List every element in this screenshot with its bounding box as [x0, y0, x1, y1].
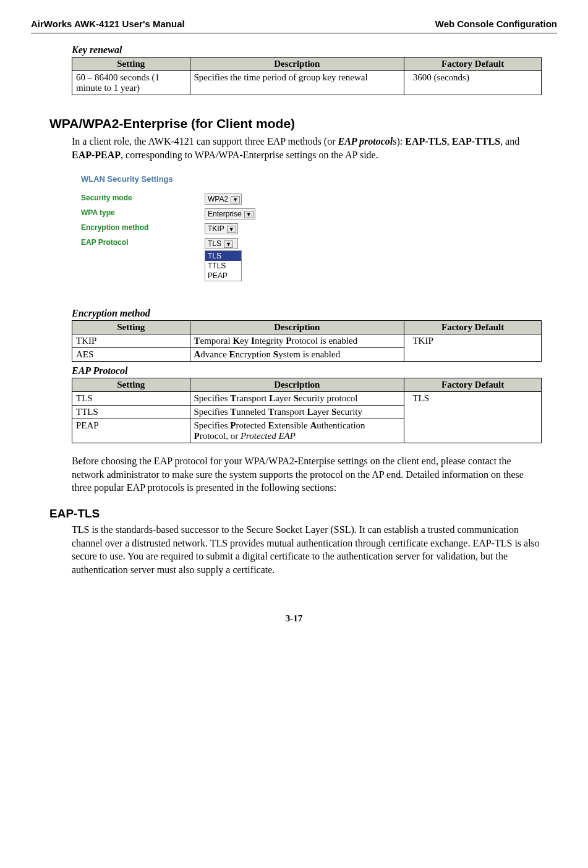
cell-setting: TKIP	[72, 334, 190, 348]
col-setting: Setting	[72, 57, 190, 71]
option-ttls[interactable]: TTLS	[205, 261, 241, 271]
header-divider	[31, 33, 557, 33]
eap-protocol-listbox[interactable]: TLS TTLS PEAP	[205, 250, 242, 281]
eap-protocol-value: TLS	[208, 239, 221, 248]
eap-protocol-title: EAP Protocol	[49, 365, 545, 377]
header-right: Web Console Configuration	[435, 19, 557, 29]
wpa-type-select[interactable]: Enterprise▼	[205, 208, 255, 219]
cell-setting: TLS	[72, 392, 190, 406]
cell-setting: TTLS	[72, 406, 190, 419]
col-factory-default: Factory Default	[404, 321, 542, 334]
col-setting: Setting	[72, 321, 190, 334]
col-description: Description	[190, 57, 404, 71]
eap-protocol-select[interactable]: TLS▼	[205, 238, 238, 249]
cell-desc: Advance Encryption System is enabled	[190, 348, 404, 362]
wpa-type-value: Enterprise	[208, 210, 242, 218]
encryption-method-value: TKIP	[208, 224, 224, 233]
encryption-method-select[interactable]: TKIP▼	[205, 223, 238, 234]
cell-default: TLS	[404, 392, 542, 443]
key-renewal-title: Key renewal	[49, 45, 545, 56]
col-description: Description	[190, 378, 404, 392]
cell-setting: AES	[72, 348, 190, 362]
col-factory-default: Factory Default	[404, 378, 542, 392]
chevron-down-icon: ▼	[224, 240, 233, 248]
page-number: 3-17	[31, 613, 557, 624]
security-mode-select[interactable]: WPA2▼	[205, 194, 242, 205]
cell-default: TKIP	[404, 334, 542, 362]
cell-default: 3600 (seconds)	[404, 71, 542, 95]
panel-title: WLAN Security Settings	[81, 174, 328, 184]
cell-desc: Specifies Tunneled Transport Layer Secur…	[190, 406, 404, 419]
cell-setting: PEAP	[72, 419, 190, 443]
col-setting: Setting	[72, 378, 190, 392]
option-peap[interactable]: PEAP	[205, 271, 241, 281]
cell-desc: Specifies the time period of group key r…	[190, 71, 404, 95]
chevron-down-icon: ▼	[227, 226, 236, 233]
wlan-security-settings-panel: WLAN Security Settings Security mode WPA…	[72, 168, 338, 293]
key-renewal-table: Setting Description Factory Default 60 –…	[72, 57, 542, 95]
label-wpa-type: WPA type	[81, 208, 205, 217]
eap-protocol-table: Setting Description Factory Default TLS …	[72, 378, 542, 443]
option-tls[interactable]: TLS	[205, 251, 241, 261]
middle-paragraph: Before choosing the EAP protocol for you…	[49, 454, 545, 495]
encryption-method-table: Setting Description Factory Default TKIP…	[72, 320, 542, 362]
cell-desc: Specifies Protected Extensible Authentic…	[190, 419, 404, 443]
col-factory-default: Factory Default	[404, 57, 542, 71]
cell-desc: Specifies Transport Layer Security proto…	[190, 392, 404, 406]
table-row: TLS Specifies Transport Layer Security p…	[72, 392, 542, 406]
cell-desc: Temporal Key Integrity Protocol is enabl…	[190, 334, 404, 348]
label-encryption-method: Encryption method	[81, 223, 205, 232]
encryption-method-title: Encryption method	[49, 308, 545, 319]
table-row: TKIP Temporal Key Integrity Protocol is …	[72, 334, 542, 348]
label-eap-protocol: EAP Protocol	[81, 238, 205, 247]
eap-tls-heading: EAP-TLS	[49, 507, 545, 521]
table-row: 60 – 86400 seconds (1 minute to 1 year) …	[72, 71, 542, 95]
cell-setting: 60 – 86400 seconds (1 minute to 1 year)	[72, 71, 190, 95]
eap-tls-paragraph: TLS is the standards-based successor to …	[49, 523, 545, 576]
security-mode-value: WPA2	[208, 195, 228, 203]
chevron-down-icon: ▼	[244, 211, 254, 218]
section-heading-wpa-enterprise: WPA/WPA2-Enterprise (for Client mode)	[49, 116, 545, 131]
header-left: AirWorks AWK-4121 User's Manual	[31, 19, 185, 29]
intro-paragraph: In a client role, the AWK-4121 can suppo…	[49, 135, 545, 161]
col-description: Description	[190, 321, 404, 334]
page-header: AirWorks AWK-4121 User's Manual Web Cons…	[31, 19, 557, 29]
chevron-down-icon: ▼	[231, 196, 240, 203]
label-security-mode: Security mode	[81, 194, 205, 202]
